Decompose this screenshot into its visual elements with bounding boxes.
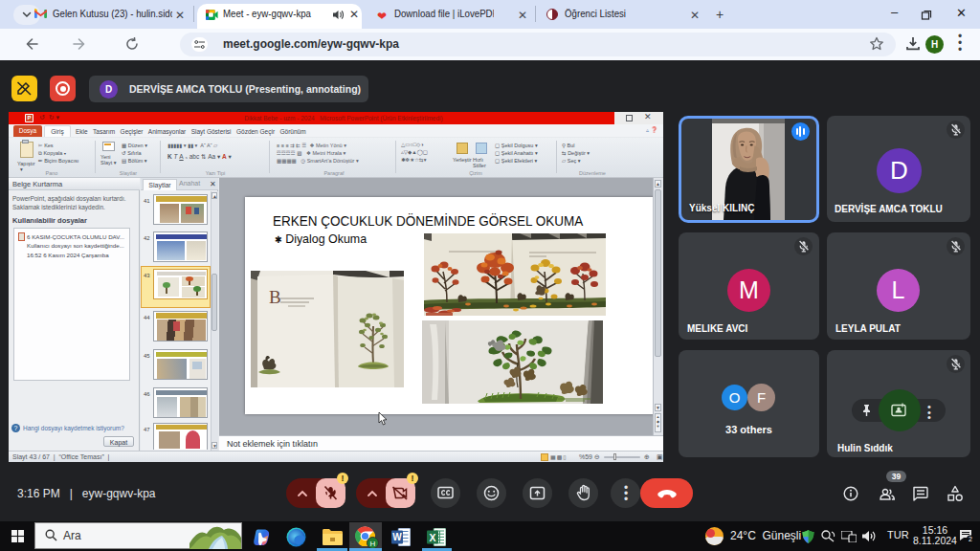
svg-text:B: B	[269, 287, 281, 307]
svg-text:X: X	[429, 532, 435, 543]
svg-text:W: W	[392, 532, 402, 542]
svg-text:2: 2	[969, 536, 972, 542]
